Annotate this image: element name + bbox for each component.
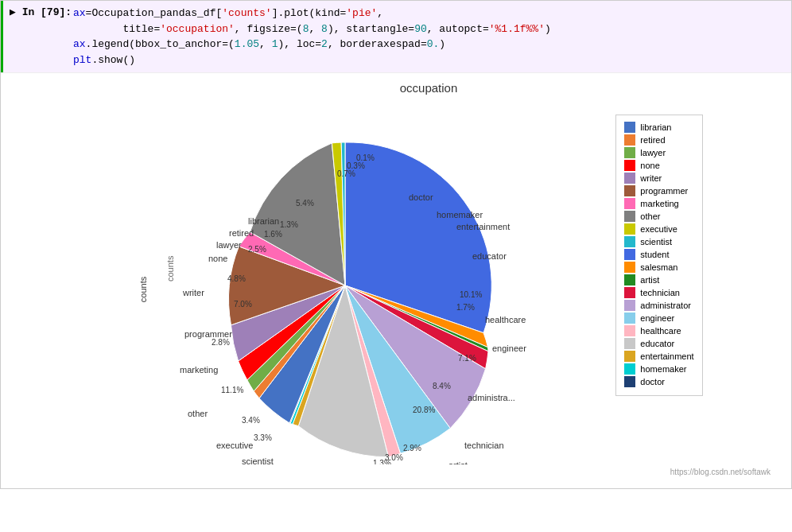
cell-code: ax=Occupation_pandas_df['counts'].plot(k… — [73, 6, 551, 68]
y-axis-label: counts — [139, 277, 149, 302]
chart-container: occupation counts — [79, 81, 778, 480]
pct-programmer: 7.0% — [234, 300, 252, 309]
pct-homemaker: 0.3% — [347, 161, 365, 170]
legend-color-doctor — [624, 376, 635, 387]
label-other: other — [188, 409, 208, 418]
prompt-label: In [79]: — [22, 6, 72, 18]
pct-marketing: 2.8% — [212, 338, 230, 347]
legend-color-technician — [624, 287, 635, 298]
label-healthcare: healthcare — [485, 315, 526, 324]
pct-scientist: 3.3% — [254, 433, 272, 442]
pct-executive: 3.4% — [242, 416, 260, 425]
label-homemaker: homemaker — [437, 210, 483, 219]
legend-item-technician: technician — [624, 287, 693, 298]
legend-item-homemaker: homemaker — [624, 363, 693, 375]
legend-item-programmer: programmer — [624, 185, 693, 196]
legend-color-retired — [624, 134, 635, 146]
legend-label-healthcare: healthcare — [640, 326, 681, 336]
pct-student: 20.8% — [413, 406, 435, 414]
legend-label-salesman: salesman — [640, 262, 677, 272]
label-administrator: administra... — [468, 393, 515, 402]
legend-label-engineer: engineer — [640, 313, 674, 323]
legend-item-writer: writer — [624, 173, 693, 184]
pct-retired: 1.3% — [280, 220, 298, 229]
legend-item-educator: educator — [624, 338, 693, 349]
pct-administrator: 8.4% — [433, 382, 451, 390]
legend-label-student: student — [640, 250, 669, 259]
pct-lawyer: 1.6% — [264, 230, 282, 239]
legend-label-retired: retired — [640, 135, 665, 145]
legend-color-marketing — [624, 198, 635, 209]
pie-wrapper: counts — [154, 99, 600, 480]
pct-entertainment: 0.1% — [356, 153, 375, 162]
pct-writer: 4.8% — [227, 274, 246, 283]
chart-legend: librarian retired lawyer none — [615, 115, 702, 396]
legend-color-executive — [624, 223, 635, 235]
cell-output: occupation counts — [1, 72, 791, 488]
legend-item-engineer: engineer — [624, 313, 693, 324]
legend-color-salesman — [624, 262, 635, 273]
legend-item-healthcare: healthcare — [624, 325, 693, 336]
legend-color-writer — [624, 173, 635, 184]
code-line-1: ax=Occupation_pandas_df['counts'].plot(k… — [73, 6, 551, 21]
legend-label-librarian: librarian — [640, 122, 671, 132]
legend-color-homemaker — [624, 363, 635, 375]
legend-item-marketing: marketing — [624, 198, 693, 209]
label-librarian: librarian — [248, 216, 279, 226]
pct-healthcare: 1.7% — [456, 303, 475, 312]
legend-item-none: none — [624, 160, 693, 171]
code-line-2: title='occupation', figsize=(8, 8), star… — [73, 21, 551, 37]
label-engineer: engineer — [492, 344, 526, 353]
notebook-cell: ▶ In [79]: ax=Occupation_pandas_df['coun… — [0, 0, 792, 489]
label-educator: educator — [472, 251, 507, 261]
label-marketing: marketing — [180, 365, 218, 375]
pie-chart: doctor homemaker entertainment educator … — [162, 107, 560, 464]
cell-input: ▶ In [79]: ax=Occupation_pandas_df['coun… — [1, 1, 791, 72]
legend-color-none — [624, 160, 635, 171]
cell-prompt: ▶ In [79]: — [10, 6, 73, 18]
legend-label-none: none — [640, 161, 659, 170]
label-entertainment: entertainment — [456, 222, 510, 231]
label-doctor: doctor — [409, 192, 433, 202]
legend-item-entertainment: entertainment — [624, 351, 693, 362]
legend-color-administrator — [624, 300, 635, 311]
legend-item-artist: artist — [624, 274, 693, 285]
watermark: https://blog.csdn.net/softawk — [670, 468, 771, 476]
pct-none: 2.5% — [248, 245, 266, 254]
legend-label-doctor: doctor — [640, 377, 665, 386]
legend-color-student — [624, 249, 635, 260]
legend-label-technician: technician — [640, 288, 680, 297]
legend-label-writer: writer — [640, 173, 662, 183]
label-artist: artist — [448, 460, 468, 464]
legend-color-other — [624, 211, 635, 222]
legend-label-programmer: programmer — [640, 186, 688, 196]
label-writer: writer — [182, 288, 204, 297]
pct-doctor: 0.7% — [337, 169, 355, 178]
pct-artist: 1.3% — [373, 459, 391, 464]
legend-color-healthcare — [624, 325, 635, 336]
legend-color-lawyer — [624, 147, 635, 158]
legend-item-student: student — [624, 249, 693, 260]
label-none: none — [208, 254, 227, 263]
legend-item-scientist: scientist — [624, 236, 693, 247]
legend-label-artist: artist — [640, 275, 659, 285]
legend-item-other: other — [624, 211, 693, 222]
y-label: counts — [165, 255, 175, 282]
pct-educator: 10.1% — [460, 290, 482, 299]
legend-label-other: other — [640, 212, 660, 221]
run-indicator: ▶ — [10, 6, 16, 18]
legend-label-educator: educator — [640, 339, 674, 348]
code-line-3: ax.legend(bbox_to_anchor=(1.05, 1), loc=… — [73, 37, 551, 52]
label-scientist: scientist — [242, 456, 274, 464]
legend-color-artist — [624, 274, 635, 285]
pct-librarian: 5.4% — [296, 199, 314, 208]
legend-label-lawyer: lawyer — [640, 148, 666, 157]
legend-color-scientist — [624, 236, 635, 247]
pct-other: 11.1% — [221, 386, 243, 394]
legend-color-entertainment — [624, 351, 635, 362]
legend-item-administrator: administrator — [624, 300, 693, 311]
label-lawyer: lawyer — [216, 240, 242, 250]
legend-item-librarian: librarian — [624, 122, 693, 133]
label-executive: executive — [216, 441, 253, 450]
legend-label-marketing: marketing — [640, 199, 678, 208]
